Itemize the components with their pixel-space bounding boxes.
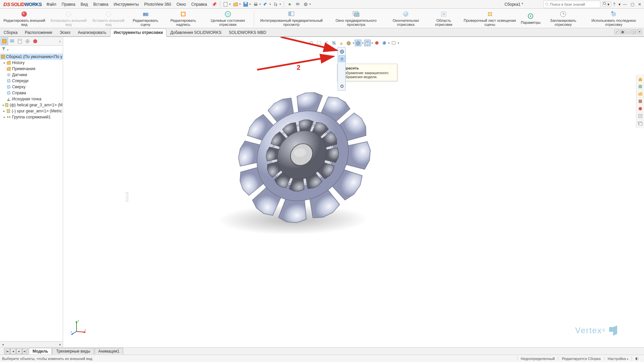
- property-manager-tab[interactable]: [8, 38, 16, 45]
- tree-origin[interactable]: Исходная точка: [0, 96, 63, 102]
- viewport-min-icon[interactable]: —: [626, 30, 631, 34]
- rebuild-button[interactable]: [286, 1, 293, 8]
- view-settings-icon[interactable]: [390, 40, 397, 46]
- tree-plane-right[interactable]: Справа: [0, 90, 63, 96]
- menu-view[interactable]: Вид: [78, 1, 91, 8]
- viewport-expand-icon[interactable]: ⤢: [614, 30, 619, 34]
- pin-icon[interactable]: 📌: [212, 2, 217, 7]
- task-design-lib-icon[interactable]: [637, 83, 644, 90]
- menu-edit[interactable]: Правка: [59, 1, 78, 8]
- tab-render-tools[interactable]: Инструменты отрисовки: [110, 29, 167, 37]
- bottom-tab-3dviews[interactable]: Трехмерные виды: [52, 348, 94, 354]
- ribbon-final-render[interactable]: Окончательная отрисовка: [385, 9, 427, 28]
- tree-part-1[interactable]: ▸ (ф) helical gear_3_am<1> (M: [0, 102, 63, 108]
- ribbon-edit-scene[interactable]: Редактировать сцену: [128, 9, 163, 28]
- tree-part-2[interactable]: ▸ (-) spur gear_am<1> (Metric: [0, 108, 63, 114]
- prev-view-icon[interactable]: [323, 40, 330, 46]
- view-orientation-icon[interactable]: [345, 40, 352, 46]
- tree-mates[interactable]: ▸ Группа сопряжений1: [0, 114, 63, 120]
- hide-show-button[interactable]: [364, 40, 371, 46]
- task-forum-icon[interactable]: [637, 120, 644, 127]
- ribbon-schedule-render[interactable]: Запланировать отрисовку: [542, 9, 584, 28]
- config-manager-tab[interactable]: [16, 38, 23, 45]
- shaded-edges-option[interactable]: [339, 48, 345, 55]
- open-button[interactable]: [232, 1, 239, 8]
- task-view-palette-icon[interactable]: [637, 98, 644, 105]
- search-box[interactable]: [543, 1, 600, 8]
- menu-insert[interactable]: Вставка: [91, 1, 111, 8]
- tab-nav-last[interactable]: ▸|: [22, 348, 28, 354]
- tab-addins[interactable]: Добавления SOLIDWORKS: [166, 29, 225, 36]
- ribbon-render-region[interactable]: Область отрисовки: [428, 9, 460, 28]
- select-button[interactable]: [272, 1, 280, 8]
- shaded-option[interactable]: [339, 55, 345, 62]
- menu-file[interactable]: Файл: [44, 1, 59, 8]
- search-go-button[interactable]: ▾: [602, 1, 611, 7]
- menu-tools[interactable]: Инструменты: [111, 1, 142, 8]
- tab-nav-prev[interactable]: ◂: [10, 348, 16, 354]
- status-flag-icon[interactable]: ◐: [632, 356, 642, 361]
- ribbon-recall-render[interactable]: Использовать последнюю отрисовку: [585, 9, 643, 28]
- section-view-icon[interactable]: [331, 40, 337, 46]
- save-button[interactable]: [242, 1, 249, 8]
- viewport-close-icon[interactable]: ✕: [637, 30, 642, 34]
- ribbon-proof-sheet[interactable]: Проверочный лист освещения сцены: [460, 9, 519, 28]
- close-button[interactable]: ✕: [637, 1, 643, 7]
- tab-assembly[interactable]: Сборка: [0, 29, 21, 36]
- search-input[interactable]: [550, 2, 599, 6]
- tab-evaluate[interactable]: Анализировать: [74, 29, 110, 36]
- tab-nav-first[interactable]: |◂: [4, 348, 10, 354]
- tab-sketch[interactable]: Эскиз: [56, 29, 74, 36]
- ribbon-integrated-preview[interactable]: Интегрированный предварительный просмотр: [255, 9, 328, 28]
- print-button[interactable]: [252, 1, 259, 8]
- viewport-grid-icon[interactable]: ▦: [620, 30, 625, 34]
- viewport-max-icon[interactable]: ▢: [632, 30, 636, 34]
- options-button[interactable]: [294, 1, 301, 8]
- undo-button[interactable]: [262, 1, 269, 8]
- ribbon-target-states[interactable]: Целевые состояния отрисовки: [203, 9, 252, 28]
- task-file-explorer-icon[interactable]: [637, 91, 644, 97]
- tree-history[interactable]: ▸ History: [0, 60, 63, 66]
- apply-scene-icon[interactable]: [381, 40, 388, 46]
- task-custom-props-icon[interactable]: [637, 113, 644, 119]
- menu-help[interactable]: Справка: [189, 1, 210, 8]
- ribbon-preview-window[interactable]: Окно предварительного просмотра: [328, 9, 384, 28]
- perspective-option[interactable]: [339, 83, 345, 90]
- tree-sensors[interactable]: Датчики: [0, 72, 63, 78]
- expand-panel-icon[interactable]: ›: [58, 39, 62, 44]
- status-customize[interactable]: Настройка ▾: [604, 357, 632, 361]
- graphics-viewport[interactable]: ▾ ▾ ▾ ▾ ▾ Закрасить Отображение закрашен…: [63, 37, 644, 347]
- edit-appearance-icon[interactable]: [374, 40, 380, 46]
- feature-tree-tab[interactable]: [1, 38, 8, 45]
- help-button[interactable]: ?: [611, 1, 617, 7]
- bottom-tab-animation[interactable]: Анимация1: [95, 348, 123, 354]
- panel-grip[interactable]: [126, 192, 128, 202]
- ribbon-edit-decal[interactable]: Редактировать надпись: [164, 9, 203, 28]
- task-appearances-icon[interactable]: [637, 105, 644, 112]
- tab-nav-next[interactable]: ▸: [16, 348, 22, 354]
- tree-annotations[interactable]: Примечания: [0, 66, 63, 72]
- display-style-button[interactable]: [355, 40, 361, 46]
- dimxpert-tab[interactable]: [24, 38, 31, 45]
- tree-root[interactable]: Сборка1 (По умолчанию<По у: [0, 54, 63, 60]
- zoom-area-icon[interactable]: [316, 40, 323, 46]
- tree-hscroll[interactable]: ◂▸: [0, 341, 63, 347]
- display-manager-tab[interactable]: [32, 38, 39, 45]
- tree-plane-top[interactable]: Сверху: [0, 84, 63, 90]
- bottom-tab-model[interactable]: Модель: [29, 348, 52, 354]
- ribbon-edit-appearance[interactable]: Редактировать внешний вид: [1, 9, 47, 28]
- dynamic-zoom-icon[interactable]: [338, 40, 345, 46]
- tab-mbd[interactable]: SOLIDWORKS MBD: [225, 29, 270, 36]
- orientation-triad[interactable]: y x z: [70, 319, 87, 335]
- zoom-fit-icon[interactable]: [308, 40, 315, 46]
- task-home-icon[interactable]: [637, 76, 644, 83]
- ribbon-options[interactable]: Параметры: [520, 9, 541, 28]
- restore-button[interactable]: ▢: [629, 1, 635, 7]
- new-button[interactable]: [222, 1, 229, 8]
- menu-window[interactable]: Окно: [174, 1, 189, 8]
- menu-photoview[interactable]: PhotoView 360: [142, 1, 174, 8]
- tree-filter[interactable]: ▾: [0, 46, 63, 53]
- minimize-button[interactable]: —: [622, 1, 628, 7]
- tree-plane-front[interactable]: Спереди: [0, 78, 63, 84]
- settings-button[interactable]: [302, 1, 309, 8]
